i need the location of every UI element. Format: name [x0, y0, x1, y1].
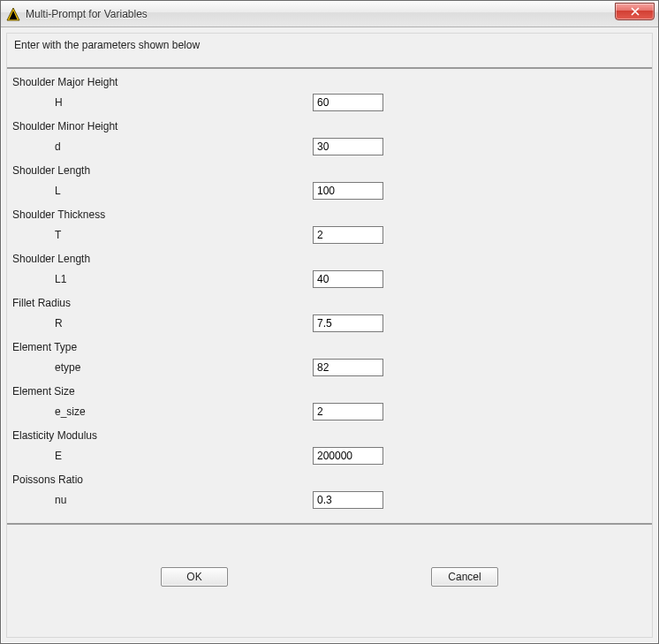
input-L[interactable] [313, 182, 383, 200]
field-group: Fillet Radius R [7, 293, 652, 337]
var-name: d [12, 140, 313, 153]
field-label: Fillet Radius [12, 295, 652, 313]
field-row: etype [12, 357, 652, 382]
field-group: Poissons Ratio nu [7, 470, 652, 514]
dialog-content: Enter with the parameters shown below Sh… [6, 33, 653, 638]
input-E[interactable] [313, 447, 383, 465]
var-name: H [12, 96, 313, 109]
field-group: Shoulder Major Height H [7, 72, 652, 117]
var-name: T [12, 229, 313, 241]
field-row: L [12, 180, 652, 205]
input-T[interactable] [313, 226, 383, 244]
field-label: Shoulder Thickness [12, 207, 652, 224]
fields-container: Shoulder Major Height H Shoulder Minor H… [7, 69, 652, 525]
ok-button[interactable]: OK [161, 567, 228, 587]
close-icon [631, 7, 640, 16]
input-R[interactable] [313, 314, 383, 332]
instruction-text: Enter with the parameters shown below [7, 34, 652, 69]
field-group: Element Size e_size [7, 382, 652, 426]
field-label: Shoulder Length [12, 163, 652, 180]
field-row: R [12, 313, 652, 337]
input-nu[interactable] [313, 491, 383, 509]
field-label: Element Size [12, 383, 652, 401]
field-label: Poissons Ratio [12, 472, 652, 489]
field-group: Shoulder Minor Height d [7, 117, 652, 161]
dialog-window: Multi-Prompt for Variables Enter with th… [0, 0, 659, 644]
var-name: E [12, 450, 313, 462]
field-group: Element Type etype [7, 337, 652, 382]
titlebar: Multi-Prompt for Variables [1, 1, 658, 27]
field-row: L1 [12, 269, 652, 293]
field-row: H [12, 92, 652, 117]
field-group: Shoulder Length L [7, 161, 652, 205]
var-name: etype [12, 361, 313, 374]
field-row: T [12, 224, 652, 249]
field-group: Shoulder Length L1 [7, 249, 652, 293]
app-icon [6, 7, 20, 21]
field-row: nu [12, 489, 652, 514]
field-label: Elasticity Modulus [12, 428, 652, 445]
field-row: e_size [12, 401, 652, 426]
input-e_size[interactable] [313, 403, 383, 420]
field-label: Shoulder Minor Height [12, 118, 652, 136]
var-name: L1 [12, 273, 313, 285]
input-etype[interactable] [313, 359, 383, 376]
close-button[interactable] [615, 3, 655, 20]
cancel-button[interactable]: Cancel [431, 567, 498, 587]
var-name: L [12, 185, 313, 197]
field-group: Shoulder Thickness T [7, 205, 652, 249]
field-label: Shoulder Major Height [12, 74, 652, 92]
field-row: d [12, 136, 652, 161]
field-label: Element Type [12, 339, 652, 357]
input-H[interactable] [313, 94, 383, 111]
var-name: nu [12, 494, 313, 506]
field-label: Shoulder Length [12, 251, 652, 269]
input-d[interactable] [313, 138, 383, 155]
window-title: Multi-Prompt for Variables [26, 8, 148, 20]
field-row: E [12, 445, 652, 470]
input-L1[interactable] [313, 270, 383, 288]
var-name: e_size [12, 405, 313, 418]
var-name: R [12, 317, 313, 330]
field-group: Elasticity Modulus E [7, 426, 652, 470]
dialog-footer: OK Cancel [7, 525, 652, 637]
